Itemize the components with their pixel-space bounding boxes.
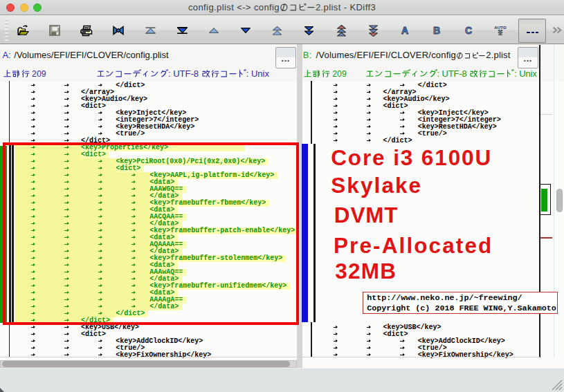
- svg-text:B: B: [433, 25, 440, 36]
- svg-text:C: C: [465, 25, 472, 36]
- svg-text:AUTO: AUTO: [494, 26, 507, 30]
- svg-text:A: A: [401, 25, 408, 36]
